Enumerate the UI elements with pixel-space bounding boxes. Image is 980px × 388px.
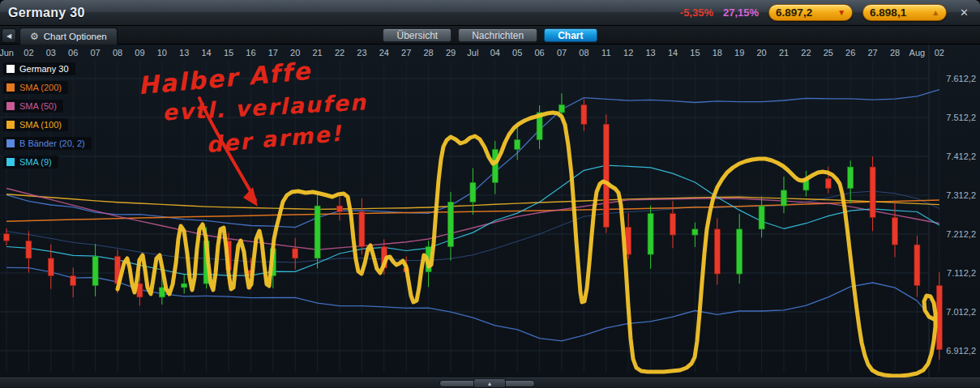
price-label: 7.412,2 [946, 151, 976, 161]
price-label: 6.912,2 [946, 346, 976, 356]
candle [848, 167, 854, 188]
candle [4, 234, 10, 241]
legend-swatch [6, 65, 15, 73]
date-label: 18 [713, 48, 722, 58]
title-bar: Germany 30 -5,35% 27,15% 6.897,2 ▼ 6.898… [0, 0, 980, 26]
date-label: 26 [845, 48, 855, 58]
chart-options-label: Chart Optionen [44, 32, 107, 41]
back-arrow-icon: ◀ [6, 32, 11, 40]
trading-window: Germany 30 -5,35% 27,15% 6.897,2 ▼ 6.898… [0, 0, 980, 388]
date-label: 22 [335, 48, 344, 58]
date-label: 25 [824, 48, 833, 58]
candlestick-chart[interactable]: Jun0203060708091013141516172021222324272… [0, 45, 980, 377]
candle [515, 140, 520, 150]
date-label: 04 [490, 48, 500, 58]
date-label: 02 [24, 48, 33, 58]
candle [714, 229, 720, 274]
date-label: 02 [935, 48, 944, 58]
legend-item-sma100[interactable]: SMA (100) [3, 118, 68, 131]
legend-item-sma9[interactable]: SMA (9) [3, 156, 58, 168]
title-bar-right: -5,35% 27,15% 6.897,2 ▼ 6.898,1 ▲ ✕ [680, 4, 972, 21]
date-label: 15 [224, 48, 233, 58]
sell-price: 6.897,2 [776, 6, 812, 19]
candle [71, 276, 76, 286]
date-label: 13 [645, 48, 655, 58]
change-percent: -5,35% [680, 6, 713, 19]
legend-label: B Bänder (20, 2) [19, 139, 85, 148]
date-label: 15 [690, 48, 700, 58]
candle [737, 229, 742, 274]
candle [892, 218, 898, 245]
buy-price-button[interactable]: 6.898,1 ▲ [862, 4, 947, 21]
candle [914, 245, 920, 285]
date-label: Aug [909, 48, 926, 58]
candle [448, 202, 454, 246]
candle [603, 124, 609, 227]
candle [870, 167, 875, 217]
date-label: 24 [379, 48, 389, 58]
candle [359, 211, 365, 246]
date-label: 16 [246, 48, 255, 58]
candle [315, 206, 320, 258]
gear-icon: ⚙ [30, 31, 39, 42]
legend-item-sma200[interactable]: SMA (200) [3, 81, 68, 94]
sell-price-button[interactable]: 6.897,2 ▼ [768, 4, 853, 21]
legend-label: Germany 30 [19, 64, 69, 74]
tab-uebersicht[interactable]: Übersicht [383, 28, 451, 42]
date-label: 23 [357, 48, 366, 58]
candle [581, 104, 587, 124]
candle [781, 190, 787, 206]
close-icon[interactable]: ✕ [956, 6, 972, 19]
legend-label: SMA (100) [19, 120, 62, 130]
price-label: 7.112,2 [947, 268, 976, 278]
toolbar: ◀ ⚙ Chart Optionen Übersicht Nachrichten… [0, 26, 980, 45]
candle [182, 284, 187, 288]
candle [825, 179, 831, 189]
legend-swatch [6, 83, 15, 92]
tab-nachrichten[interactable]: Nachrichten [458, 28, 537, 42]
candle [559, 104, 565, 113]
date-label: 14 [668, 48, 678, 58]
date-label: 20 [756, 48, 766, 58]
date-label: 28 [423, 48, 433, 58]
horizontal-scrollbar[interactable]: ▴ [0, 377, 980, 388]
date-label: 22 [801, 48, 811, 58]
chart-options-button[interactable]: ⚙ Chart Optionen [19, 28, 118, 45]
date-label: 08 [579, 48, 588, 58]
candle [26, 241, 32, 258]
arrow-down-icon: ▼ [837, 9, 845, 17]
legend-swatch [6, 121, 15, 129]
arrow-up-icon: ▲ [931, 9, 939, 17]
date-label: 13 [179, 48, 189, 58]
view-tabs: Übersicht Nachrichten Chart [0, 28, 980, 42]
date-label: 19 [734, 48, 744, 58]
legend-swatch [6, 139, 15, 147]
date-label: 27 [867, 48, 877, 58]
legend-item-sma50[interactable]: SMA (50) [3, 100, 63, 113]
date-label: 05 [512, 48, 522, 58]
candle [293, 249, 298, 258]
price-label: 7.012,2 [946, 307, 976, 317]
hand-drawn-overlay [118, 113, 935, 376]
legend-item-bbands[interactable]: B Bänder (20, 2) [3, 137, 92, 150]
instrument-title: Germany 30 [8, 6, 85, 20]
date-label: 29 [446, 48, 456, 58]
legend-item-germany30[interactable]: Germany 30 [3, 62, 75, 75]
date-label: 21 [312, 48, 322, 58]
date-label: 17 [268, 48, 278, 58]
candle [470, 182, 476, 202]
buy-price: 6.898,1 [870, 6, 906, 19]
tab-chart[interactable]: Chart [544, 28, 597, 42]
date-label: 06 [68, 48, 78, 58]
back-button[interactable]: ◀ [2, 28, 16, 43]
legend-label: SMA (9) [19, 157, 52, 167]
chart-legend: Germany 30 SMA (200) SMA (50) SMA (100) … [3, 62, 92, 168]
candle [492, 150, 498, 183]
candle [670, 214, 676, 235]
date-label: 06 [534, 48, 544, 58]
candle [692, 229, 698, 235]
price-label: 7.612,2 [946, 74, 976, 83]
legend-swatch [6, 158, 15, 166]
scrollbar-collapse-button[interactable]: ▴ [473, 378, 506, 388]
date-label: 20 [290, 48, 300, 58]
